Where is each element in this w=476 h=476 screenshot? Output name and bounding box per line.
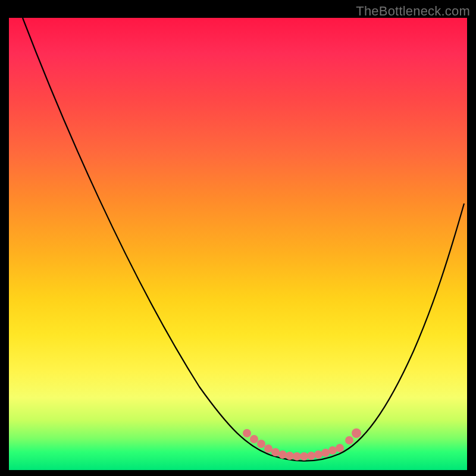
svg-point-11 bbox=[321, 449, 330, 457]
svg-point-4 bbox=[271, 448, 280, 456]
svg-point-12 bbox=[328, 446, 337, 455]
svg-point-8 bbox=[300, 452, 308, 461]
svg-point-14 bbox=[345, 436, 353, 444]
svg-point-6 bbox=[286, 452, 294, 460]
svg-point-1 bbox=[250, 435, 258, 443]
svg-point-9 bbox=[307, 452, 315, 460]
chart-frame: TheBottleneck.com bbox=[0, 0, 476, 476]
svg-point-15 bbox=[352, 428, 361, 438]
svg-point-0 bbox=[243, 429, 251, 437]
svg-point-7 bbox=[293, 452, 301, 461]
optimal-band-markers bbox=[243, 428, 361, 461]
svg-point-3 bbox=[264, 444, 273, 453]
svg-point-5 bbox=[278, 450, 287, 459]
svg-point-10 bbox=[314, 450, 322, 459]
svg-point-2 bbox=[257, 440, 265, 448]
watermark-text: TheBottleneck.com bbox=[356, 4, 470, 19]
bottleneck-curve bbox=[23, 18, 464, 461]
curve-overlay bbox=[9, 18, 467, 470]
svg-point-13 bbox=[336, 444, 344, 452]
